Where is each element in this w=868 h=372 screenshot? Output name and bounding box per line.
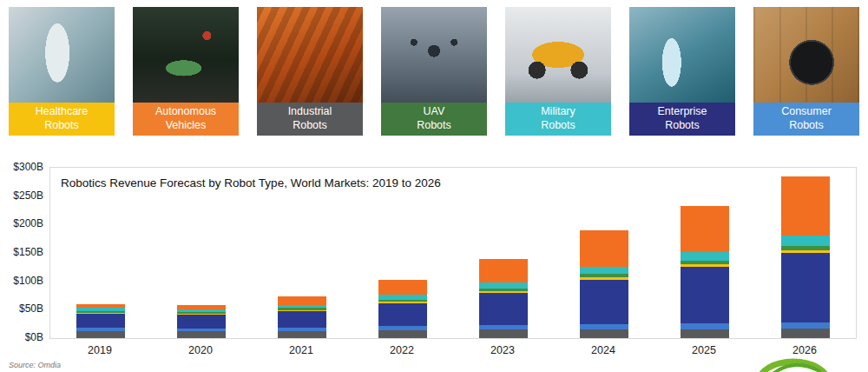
stacked-bar-2020	[177, 305, 226, 338]
plot-area: Robotics Revenue Forecast by Robot Type,…	[49, 167, 857, 339]
x-axis-label-2025: 2025	[669, 344, 739, 356]
stacked-bar-2022	[378, 280, 427, 338]
stacked-bar-2026	[781, 176, 830, 338]
robot-type-tiles: Healthcare Robots Autonomous Vehicles In…	[9, 7, 859, 136]
x-axis-label-2020: 2020	[166, 344, 235, 356]
y-axis-label-300b: $300B	[0, 161, 43, 173]
industrial-robots-image	[257, 7, 363, 103]
tile-label-autonomous: Autonomous Vehicles	[133, 103, 239, 136]
tile-military-robots: Military Robots	[505, 7, 611, 136]
bar-segment-autonomous-vehicles	[378, 280, 427, 295]
tile-consumer-robots: Consumer Robots	[753, 7, 859, 136]
bar-segment-industrial-robots	[580, 329, 628, 338]
tile-industrial-robots: Industrial Robots	[257, 7, 363, 136]
bar-segment-enterprise-robots	[278, 311, 326, 327]
surgical-robot-image	[9, 7, 115, 103]
bar-segment-industrial-robots	[378, 330, 427, 338]
bar-segment-enterprise-robots	[681, 267, 729, 323]
bar-segment-military-robots	[580, 267, 628, 274]
tile-label-healthcare: Healthcare Robots	[9, 103, 115, 136]
bar-segment-enterprise-robots	[76, 314, 125, 328]
bar-segment-consumer-robots	[781, 322, 830, 329]
tile-label-enterprise: Enterprise Robots	[629, 103, 735, 136]
y-axis-label-0b: $0B	[0, 331, 43, 343]
bar-segment-enterprise-robots	[378, 303, 427, 326]
y-axis-label-200b: $200B	[0, 217, 43, 229]
autonomous-vehicle-image	[133, 7, 239, 103]
x-axis-label-2023: 2023	[468, 344, 537, 356]
chart-title: Robotics Revenue Forecast by Robot Type,…	[61, 176, 441, 189]
tile-autonomous-vehicles: Autonomous Vehicles	[133, 7, 239, 136]
bar-segment-industrial-robots	[76, 331, 125, 338]
source-note: Source: Omdia	[9, 361, 61, 369]
stacked-bar-2024	[580, 230, 628, 338]
tile-enterprise-robots: Enterprise Robots	[629, 7, 735, 136]
y-axis-label-150b: $150B	[0, 246, 43, 258]
x-axis-label-2022: 2022	[367, 344, 437, 356]
stacked-bar-2019	[76, 304, 125, 338]
enterprise-robot-image	[629, 7, 735, 103]
bar-segment-autonomous-vehicles	[479, 259, 528, 282]
bar-segment-enterprise-robots	[177, 315, 226, 329]
stacked-bar-2021	[278, 296, 326, 338]
tile-label-consumer: Consumer Robots	[753, 103, 859, 136]
bar-segment-autonomous-vehicles	[781, 176, 830, 236]
tile-uav-robots: UAV Robots	[381, 7, 487, 136]
y-axis-label-50b: $50B	[0, 302, 43, 315]
x-axis-label-2026: 2026	[770, 344, 839, 356]
bar-segment-autonomous-vehicles	[278, 296, 326, 304]
consumer-robot-vacuum-image	[753, 7, 859, 103]
tile-label-uav: UAV Robots	[381, 103, 487, 136]
bar-segment-military-robots	[681, 252, 729, 260]
stacked-bar-2023	[479, 259, 528, 338]
y-axis-label-100b: $100B	[0, 275, 43, 287]
tile-label-military: Military Robots	[505, 103, 611, 136]
bar-segment-autonomous-vehicles	[681, 206, 729, 252]
stacked-bar-2025	[681, 206, 729, 338]
bar-segment-autonomous-vehicles	[580, 230, 628, 267]
uav-drone-image	[381, 7, 487, 103]
tile-healthcare-robots: Healthcare Robots	[9, 7, 115, 136]
military-robot-image	[505, 7, 611, 103]
bar-segment-industrial-robots	[781, 329, 830, 338]
x-axis-label-2019: 2019	[65, 344, 135, 356]
bar-segment-industrial-robots	[479, 329, 528, 338]
bar-segment-enterprise-robots	[580, 280, 628, 324]
tile-label-industrial: Industrial Robots	[257, 103, 363, 136]
x-axis-label-2021: 2021	[266, 344, 336, 356]
bar-segment-industrial-robots	[681, 329, 729, 338]
revenue-forecast-chart: Robotics Revenue Forecast by Robot Type,…	[0, 155, 868, 363]
bar-segment-industrial-robots	[177, 331, 226, 338]
bar-segment-industrial-robots	[278, 331, 326, 338]
bar-segment-enterprise-robots	[479, 293, 528, 325]
y-axis-label-250b: $250B	[0, 189, 43, 202]
bar-segment-enterprise-robots	[781, 253, 830, 322]
x-axis-label-2024: 2024	[569, 344, 638, 356]
bar-segment-military-robots	[781, 236, 830, 245]
